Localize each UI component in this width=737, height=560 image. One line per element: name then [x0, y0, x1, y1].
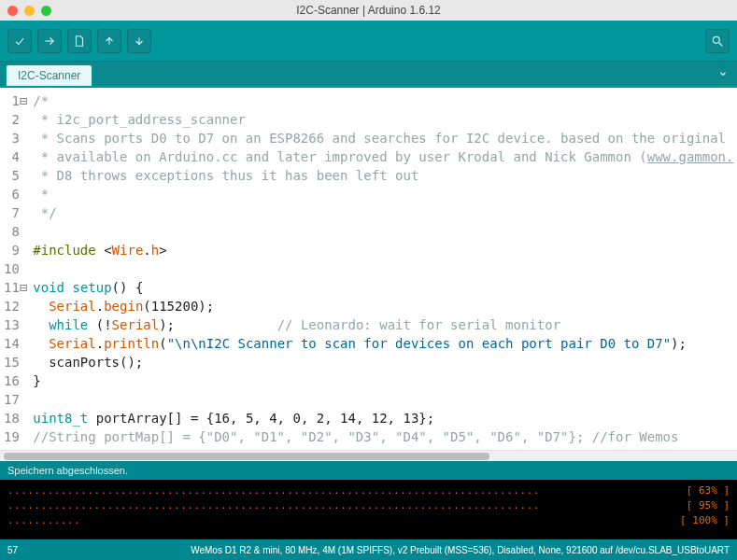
window-title: I2C-Scanner | Arduino 1.6.12 — [0, 4, 737, 17]
console-line: ...........[ 100% ] — [7, 513, 730, 528]
status-board-info: WeMos D1 R2 & mini, 80 MHz, 4M (1M SPIFF… — [191, 545, 730, 555]
console-status: Speichern abgeschlossen. — [7, 465, 128, 476]
save-button[interactable] — [127, 29, 151, 53]
chevron-down-icon — [718, 69, 728, 78]
arrow-up-icon — [103, 35, 116, 48]
status-line: 57 — [7, 545, 18, 555]
editor: 1⊟ 2 3 4 5 6 7 8 9 10 11⊟ 12 13 14 15 16… — [0, 88, 737, 461]
tab-menu-button[interactable] — [715, 65, 731, 82]
code-editor[interactable]: 1⊟ 2 3 4 5 6 7 8 9 10 11⊟ 12 13 14 15 16… — [0, 88, 737, 450]
horizontal-scrollbar[interactable] — [0, 450, 737, 461]
scrollbar-thumb[interactable] — [4, 453, 489, 460]
svg-line-4 — [719, 42, 723, 46]
magnifier-icon — [711, 35, 724, 48]
serial-monitor-button[interactable] — [705, 29, 730, 53]
line-gutter: 1⊟ 2 3 4 5 6 7 8 9 10 11⊟ 12 13 14 15 16… — [0, 91, 33, 446]
code-content[interactable]: /* * i2c_port_address_scanner * Scans po… — [33, 91, 737, 446]
arrow-down-icon — [133, 35, 146, 48]
progress-dots: ........... — [7, 513, 80, 528]
tab-i2c-scanner[interactable]: I2C-Scanner — [6, 64, 92, 86]
titlebar: I2C-Scanner | Arduino 1.6.12 — [0, 0, 737, 21]
console-line: ........................................… — [7, 483, 730, 498]
progress-percent: [ 63% ] — [687, 483, 730, 498]
check-icon — [13, 35, 26, 48]
upload-button[interactable] — [37, 29, 62, 53]
console-output[interactable]: ........................................… — [0, 480, 737, 539]
file-icon — [73, 35, 86, 48]
svg-point-3 — [713, 36, 719, 43]
arrow-right-icon — [43, 35, 56, 48]
open-button[interactable] — [97, 29, 121, 53]
console-line: ........................................… — [7, 498, 730, 513]
verify-button[interactable] — [7, 29, 32, 53]
new-button[interactable] — [67, 29, 92, 53]
progress-dots: ........................................… — [7, 483, 540, 498]
progress-percent: [ 95% ] — [687, 498, 730, 513]
progress-dots: ........................................… — [7, 498, 540, 513]
status-bar: 57 WeMos D1 R2 & mini, 80 MHz, 4M (1M SP… — [0, 539, 737, 560]
console-header: Speichern abgeschlossen. — [0, 461, 737, 480]
progress-percent: [ 100% ] — [680, 513, 730, 528]
toolbar — [0, 21, 737, 62]
tab-bar: I2C-Scanner — [0, 62, 737, 88]
